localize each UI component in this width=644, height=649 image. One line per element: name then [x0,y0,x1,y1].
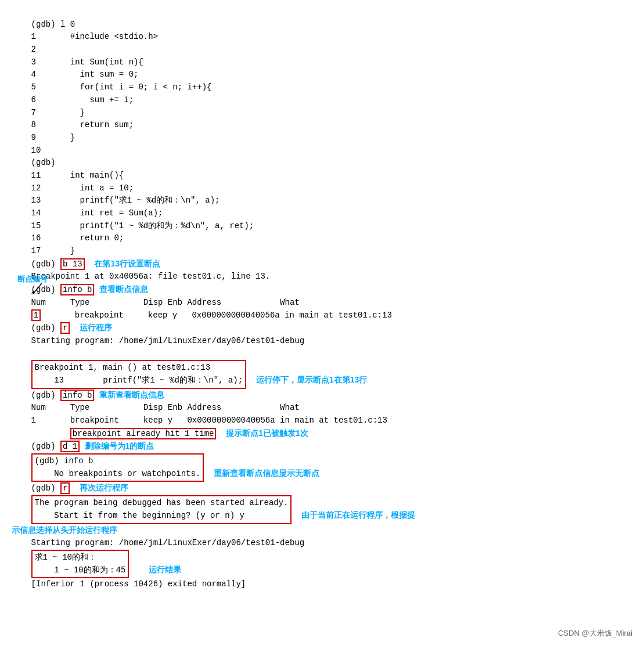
line-gdb-l0: (gdb) l 0 [12,20,75,29]
restart-block: The program being debugged has been star… [31,495,292,524]
breakpoint-hit-block: Breakpoint 1, main () at test01.c:13 13 … [31,360,246,388]
watermark: CSDN @大米饭_Mirai [558,628,632,639]
line-8: 8 return sum; [12,120,134,129]
cmd-d1: d 1 [60,441,80,452]
cmd-r-1: r [60,322,70,334]
line-gdb-d1: (gdb) d 1 删除编号为1的断点 [12,442,154,451]
annotation-no-bp: 重新查看断点信息显示无断点 [214,468,319,478]
line-result-box: 求1 ~ 10的和： 1 ~ 10的和为：45 运行结果 [12,565,181,575]
annotation-hit-once: 提示断点1已被触发1次 [226,428,308,438]
line-starting-1: Starting program: /home/jml/LinuxExer/da… [12,336,304,345]
line-14: 14 int ret = Sum(a); [12,208,163,218]
cmd-info-b-1: info b [60,284,94,295]
line-17: 17 } [12,246,75,255]
breakpoint-number-annotation: 断点编号 [17,274,48,295]
bp-hit-msg: breakpoint already hit 1 time [70,428,217,439]
line-5: 5 for(int i = 0; i < n; i++){ [12,82,211,92]
line-inferior-exit: [Inferior 1 (process 10426) exited norma… [12,579,246,589]
line-empty-1 [12,349,16,358]
cmd-info-b-2: info b [60,390,94,401]
line-bp-hit-box: Breakpoint 1, main () at test01.c:13 13 … [12,376,367,385]
line-gdb-info-b-3-box: (gdb) info b No breakpoints or watchpoin… [12,469,319,478]
bp-num-1: 1 [31,309,41,321]
annotation-set-breakpoint: 在第13行设置断点 [94,259,160,268]
cmd-r-2: r [60,482,70,494]
line-bp-hit-already: breakpoint already hit 1 time 提示断点1已被触发1… [12,429,308,438]
line-9: 9 } [12,133,75,142]
annotation-run-again: 再次运行程序 [80,483,128,492]
line-15: 15 printf("1 ~ %d的和为：%d\n", a, ret); [12,221,254,230]
terminal-section: (gdb) l 0 1 #include <stdio.h> 2 3 int S… [12,6,632,604]
cmd-b13: b 13 [60,258,85,270]
line-11: 11 int main(){ [12,171,124,180]
line-gdb-empty: (gdb) [12,158,56,167]
annotation-result: 运行结果 [149,565,181,574]
line-6: 6 sum += i; [12,95,134,104]
terminal-output: (gdb) l 0 1 #include <stdio.h> 2 3 int S… [12,6,632,604]
line-gdb-r: (gdb) r 运行程序 [12,323,112,333]
line-16: 16 return 0; [12,233,124,243]
line-gdb-r-2: (gdb) r 再次运行程序 [12,484,128,493]
line-4: 4 int sum = 0; [12,70,138,79]
line-7: 7 } [12,108,85,117]
annotation-delete-bp: 删除编号为1的断点 [85,441,154,450]
line-bp-1: 1 breakpoint keep y 0x000000000040056a i… [12,309,392,321]
line-12: 12 int a = 10; [12,183,134,193]
annotation-recheck-breakpoint: 重新查看断点信息 [99,390,164,399]
line-gdb-b13: (gdb) b 13 在第13行设置断点 [12,259,160,269]
annotation-stopped: 运行停下，显示断点1在第13行 [256,375,367,384]
line-breakpoint-set: Breakpoint 1 at 0x40056a: file test01.c,… [12,272,270,281]
annotation-check-breakpoint: 查看断点信息 [99,284,148,294]
annotation-run: 运行程序 [80,323,112,332]
line-3: 3 int Sum(int n){ [12,57,143,67]
line-bp-1-2: 1 breakpoint keep y 0x000000000040056a i… [12,416,387,425]
line-bp-header-2: Num Type Disp Enb Address What [12,403,300,412]
no-bp-block: (gdb) info b No breakpoints or watchpoin… [31,453,204,482]
line-2: 2 [12,45,36,54]
line-bp-header: Num Type Disp Enb Address What [12,298,300,307]
line-13: 13 printf("求1 ~ %d的和：\n", a); [12,196,220,205]
line-gdb-info-b-2: (gdb) info b 重新查看断点信息 [12,391,164,400]
line-10: 10 [12,146,41,155]
line-starting-2: Starting program: /home/jml/LinuxExer/da… [12,538,304,547]
result-block: 求1 ~ 10的和： 1 ~ 10的和为：45 [31,550,129,578]
line-restart-box: The program being debugged has been star… [12,511,415,535]
line-1: 1 #include <stdio.h> [12,32,158,41]
